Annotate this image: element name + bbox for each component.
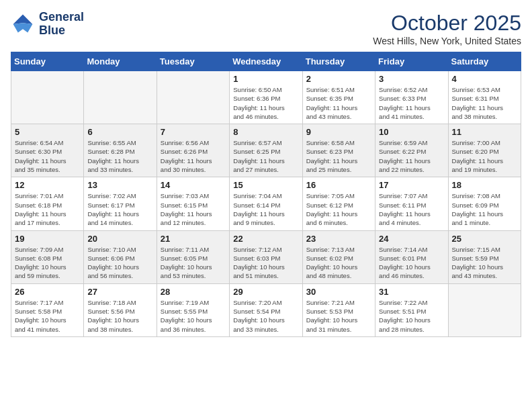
calendar-week-row: 5Sunrise: 6:54 AMSunset: 6:30 PMDaylight… [11, 124, 521, 177]
day-info: Sunrise: 6:59 AMSunset: 6:22 PMDaylight:… [379, 138, 444, 174]
day-info: Sunrise: 6:55 AMSunset: 6:28 PMDaylight:… [87, 138, 152, 174]
table-row: 14Sunrise: 7:03 AMSunset: 6:15 PMDayligh… [157, 177, 229, 230]
day-number: 16 [306, 180, 371, 190]
day-number: 3 [379, 74, 444, 84]
day-info: Sunrise: 7:00 AMSunset: 6:20 PMDaylight:… [452, 138, 517, 174]
table-row: 17Sunrise: 7:07 AMSunset: 6:11 PMDayligh… [375, 177, 448, 230]
table-row: 3Sunrise: 6:52 AMSunset: 6:33 PMDaylight… [375, 71, 448, 124]
day-number: 24 [379, 234, 444, 244]
day-info: Sunrise: 7:02 AMSunset: 6:17 PMDaylight:… [87, 191, 152, 227]
table-row: 1Sunrise: 6:50 AMSunset: 6:36 PMDaylight… [230, 71, 302, 124]
table-row: 20Sunrise: 7:10 AMSunset: 6:06 PMDayligh… [84, 230, 157, 283]
svg-marker-0 [13, 14, 33, 24]
day-info: Sunrise: 7:12 AMSunset: 6:03 PMDaylight:… [233, 245, 298, 281]
day-number: 15 [233, 180, 298, 190]
month-title: October 2025 [373, 11, 521, 36]
table-row: 8Sunrise: 6:57 AMSunset: 6:25 PMDaylight… [230, 124, 302, 177]
table-row [448, 283, 521, 336]
col-friday: Friday [375, 52, 448, 71]
day-info: Sunrise: 7:09 AMSunset: 6:08 PMDaylight:… [15, 245, 80, 281]
logo: General Blue [11, 11, 84, 38]
table-row: 4Sunrise: 6:53 AMSunset: 6:31 PMDaylight… [448, 71, 521, 124]
day-number: 30 [306, 287, 371, 297]
day-number: 14 [161, 180, 226, 190]
table-row [157, 71, 229, 124]
calendar: Sunday Monday Tuesday Wednesday Thursday… [11, 52, 521, 337]
day-info: Sunrise: 7:11 AMSunset: 6:05 PMDaylight:… [161, 245, 226, 281]
day-info: Sunrise: 7:04 AMSunset: 6:14 PMDaylight:… [233, 191, 298, 227]
table-row: 11Sunrise: 7:00 AMSunset: 6:20 PMDayligh… [448, 124, 521, 177]
day-number: 20 [87, 234, 152, 244]
day-number: 2 [306, 74, 371, 84]
day-info: Sunrise: 7:19 AMSunset: 5:55 PMDaylight:… [161, 298, 226, 334]
day-number: 8 [233, 127, 298, 137]
col-thursday: Thursday [302, 52, 375, 71]
table-row: 30Sunrise: 7:21 AMSunset: 5:53 PMDayligh… [302, 283, 375, 336]
day-info: Sunrise: 7:18 AMSunset: 5:56 PMDaylight:… [87, 298, 152, 334]
day-info: Sunrise: 7:05 AMSunset: 6:12 PMDaylight:… [306, 191, 371, 227]
table-row: 13Sunrise: 7:02 AMSunset: 6:17 PMDayligh… [84, 177, 157, 230]
day-number: 12 [15, 180, 80, 190]
table-row: 28Sunrise: 7:19 AMSunset: 5:55 PMDayligh… [157, 283, 229, 336]
table-row: 25Sunrise: 7:15 AMSunset: 5:59 PMDayligh… [448, 230, 521, 283]
table-row: 5Sunrise: 6:54 AMSunset: 6:30 PMDaylight… [11, 124, 84, 177]
day-number: 27 [87, 287, 152, 297]
table-row: 15Sunrise: 7:04 AMSunset: 6:14 PMDayligh… [230, 177, 302, 230]
day-info: Sunrise: 6:57 AMSunset: 6:25 PMDaylight:… [233, 138, 298, 174]
calendar-week-row: 26Sunrise: 7:17 AMSunset: 5:58 PMDayligh… [11, 283, 521, 336]
table-row: 19Sunrise: 7:09 AMSunset: 6:08 PMDayligh… [11, 230, 84, 283]
location: West Hills, New York, United States [373, 36, 521, 46]
day-info: Sunrise: 7:10 AMSunset: 6:06 PMDaylight:… [87, 245, 152, 281]
day-number: 7 [161, 127, 226, 137]
day-number: 4 [452, 74, 517, 84]
col-wednesday: Wednesday [230, 52, 302, 71]
calendar-week-row: 19Sunrise: 7:09 AMSunset: 6:08 PMDayligh… [11, 230, 521, 283]
day-number: 28 [161, 287, 226, 297]
day-number: 18 [452, 180, 517, 190]
day-info: Sunrise: 7:17 AMSunset: 5:58 PMDaylight:… [15, 298, 80, 334]
day-number: 22 [233, 234, 298, 244]
day-number: 19 [15, 234, 80, 244]
day-number: 6 [87, 127, 152, 137]
day-info: Sunrise: 6:53 AMSunset: 6:31 PMDaylight:… [452, 85, 517, 121]
day-info: Sunrise: 7:21 AMSunset: 5:53 PMDaylight:… [306, 298, 371, 334]
day-info: Sunrise: 6:56 AMSunset: 6:26 PMDaylight:… [161, 138, 226, 174]
day-info: Sunrise: 7:01 AMSunset: 6:18 PMDaylight:… [15, 191, 80, 227]
calendar-week-row: 12Sunrise: 7:01 AMSunset: 6:18 PMDayligh… [11, 177, 521, 230]
table-row: 10Sunrise: 6:59 AMSunset: 6:22 PMDayligh… [375, 124, 448, 177]
day-info: Sunrise: 7:08 AMSunset: 6:09 PMDaylight:… [452, 191, 517, 227]
day-number: 11 [452, 127, 517, 137]
table-row: 18Sunrise: 7:08 AMSunset: 6:09 PMDayligh… [448, 177, 521, 230]
table-row: 2Sunrise: 6:51 AMSunset: 6:35 PMDaylight… [302, 71, 375, 124]
table-row: 7Sunrise: 6:56 AMSunset: 6:26 PMDaylight… [157, 124, 229, 177]
col-sunday: Sunday [11, 52, 84, 71]
col-monday: Monday [84, 52, 157, 71]
table-row: 6Sunrise: 6:55 AMSunset: 6:28 PMDaylight… [84, 124, 157, 177]
day-number: 29 [233, 287, 298, 297]
table-row: 29Sunrise: 7:20 AMSunset: 5:54 PMDayligh… [230, 283, 302, 336]
day-info: Sunrise: 7:14 AMSunset: 6:01 PMDaylight:… [379, 245, 444, 281]
table-row [84, 71, 157, 124]
table-row: 23Sunrise: 7:13 AMSunset: 6:02 PMDayligh… [302, 230, 375, 283]
table-row: 22Sunrise: 7:12 AMSunset: 6:03 PMDayligh… [230, 230, 302, 283]
table-row: 16Sunrise: 7:05 AMSunset: 6:12 PMDayligh… [302, 177, 375, 230]
day-number: 13 [87, 180, 152, 190]
table-row: 12Sunrise: 7:01 AMSunset: 6:18 PMDayligh… [11, 177, 84, 230]
day-info: Sunrise: 6:51 AMSunset: 6:35 PMDaylight:… [306, 85, 371, 121]
table-row: 21Sunrise: 7:11 AMSunset: 6:05 PMDayligh… [157, 230, 229, 283]
page-header: General Blue October 2025 West Hills, Ne… [11, 11, 521, 46]
table-row: 31Sunrise: 7:22 AMSunset: 5:51 PMDayligh… [375, 283, 448, 336]
calendar-week-row: 1Sunrise: 6:50 AMSunset: 6:36 PMDaylight… [11, 71, 521, 124]
day-number: 9 [306, 127, 371, 137]
day-info: Sunrise: 7:15 AMSunset: 5:59 PMDaylight:… [452, 245, 517, 281]
table-row: 26Sunrise: 7:17 AMSunset: 5:58 PMDayligh… [11, 283, 84, 336]
table-row: 27Sunrise: 7:18 AMSunset: 5:56 PMDayligh… [84, 283, 157, 336]
day-info: Sunrise: 7:22 AMSunset: 5:51 PMDaylight:… [379, 298, 444, 334]
day-number: 23 [306, 234, 371, 244]
day-info: Sunrise: 6:50 AMSunset: 6:36 PMDaylight:… [233, 85, 298, 121]
day-number: 1 [233, 74, 298, 84]
day-info: Sunrise: 6:54 AMSunset: 6:30 PMDaylight:… [15, 138, 80, 174]
svg-marker-1 [13, 23, 33, 32]
col-tuesday: Tuesday [157, 52, 229, 71]
day-info: Sunrise: 7:03 AMSunset: 6:15 PMDaylight:… [161, 191, 226, 227]
